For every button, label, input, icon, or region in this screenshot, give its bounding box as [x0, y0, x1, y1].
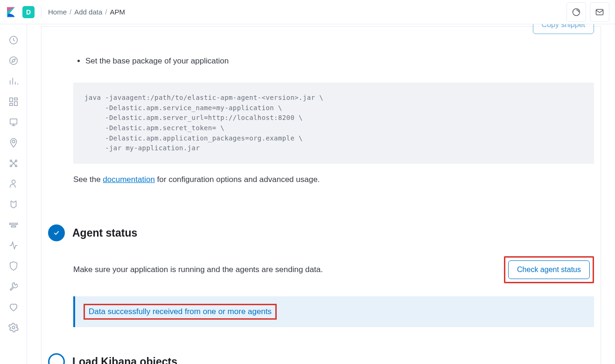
agent-status-callout: Data successfully received from one or m… [73, 296, 594, 327]
kibana-logo[interactable] [6, 7, 17, 18]
java-agent-snippet: java -javaagent:/path/to/elastic-apm-age… [73, 83, 594, 164]
setup-bullets: Set the base package of your application [73, 56, 594, 66]
header-bar: D Home / Add data / APM [0, 0, 615, 24]
doc-prefix: See the [73, 175, 103, 184]
svg-point-9 [12, 140, 15, 143]
apm-setup-card: Copy snippet Set the base package of you… [41, 26, 601, 364]
mail-button[interactable] [590, 2, 609, 22]
setup-bullet-item: Set the base package of your application [85, 56, 594, 66]
svg-rect-15 [9, 223, 17, 224]
svg-rect-4 [9, 98, 12, 102]
nav-apm-icon[interactable] [0, 215, 27, 235]
breadcrumb-apm: APM [110, 8, 125, 16]
breadcrumb-sep: / [70, 8, 71, 16]
newsfeed-button[interactable] [566, 2, 586, 22]
callout-message: Data successfully received from one or m… [89, 307, 272, 316]
agent-status-desc: Make sure your application is running an… [73, 265, 323, 274]
svg-rect-5 [14, 98, 17, 100]
nav-dev-tools-icon[interactable] [0, 276, 27, 297]
breadcrumb-add-data[interactable]: Add data [74, 8, 102, 16]
step-agent-status-head: Agent status [48, 224, 594, 241]
nav-infrastructure-icon[interactable] [0, 174, 27, 194]
svg-point-17 [12, 326, 15, 329]
svg-rect-8 [10, 119, 17, 124]
svg-point-14 [12, 180, 15, 183]
nav-maps-icon[interactable] [0, 133, 27, 153]
copy-snippet-button[interactable]: Copy snippet [533, 24, 594, 34]
svg-rect-16 [11, 226, 15, 227]
nav-ml-icon[interactable] [0, 153, 27, 174]
step-load-objects-head: Load Kibana objects [48, 353, 594, 364]
svg-point-3 [9, 57, 17, 65]
step-pending-icon [48, 353, 65, 364]
documentation-link[interactable]: documentation [103, 175, 155, 184]
setup-step-block: Set the base package of your application… [48, 48, 594, 198]
breadcrumb: Home / Add data / APM [48, 8, 125, 16]
nav-management-icon[interactable] [0, 317, 27, 338]
check-agent-highlight: Check agent status [504, 256, 594, 283]
svg-rect-7 [9, 104, 12, 106]
doc-suffix: for configuration options and advanced u… [155, 175, 320, 184]
nav-discover-icon[interactable] [0, 50, 27, 71]
svg-rect-1 [596, 9, 603, 15]
check-agent-status-button[interactable]: Check agent status [508, 260, 590, 279]
doc-line: See the documentation for configuration … [73, 175, 594, 184]
load-objects-title: Load Kibana objects [72, 356, 177, 364]
nav-recent-icon[interactable] [0, 30, 27, 50]
nav-visualize-icon[interactable] [0, 71, 27, 91]
nav-rail [0, 24, 27, 364]
nav-uptime-icon[interactable] [0, 235, 27, 256]
main-scroll-area[interactable]: Copy snippet Set the base package of you… [27, 24, 615, 364]
breadcrumb-sep: / [105, 8, 107, 16]
nav-logs-icon[interactable] [0, 194, 27, 215]
nav-canvas-icon[interactable] [0, 112, 27, 133]
breadcrumb-home[interactable]: Home [48, 8, 67, 16]
nav-siem-icon[interactable] [0, 256, 27, 276]
copy-snippet-wrap: Copy snippet [48, 27, 594, 45]
agent-status-title: Agent status [72, 227, 137, 239]
callout-highlight: Data successfully received from one or m… [84, 304, 277, 320]
step-done-icon [48, 224, 65, 241]
svg-rect-6 [14, 102, 17, 105]
agent-status-row: Make sure your application is running an… [73, 256, 594, 283]
nav-monitoring-icon[interactable] [0, 297, 27, 317]
header-separator [41, 6, 42, 18]
space-badge[interactable]: D [22, 6, 35, 18]
nav-dashboard-icon[interactable] [0, 91, 27, 112]
